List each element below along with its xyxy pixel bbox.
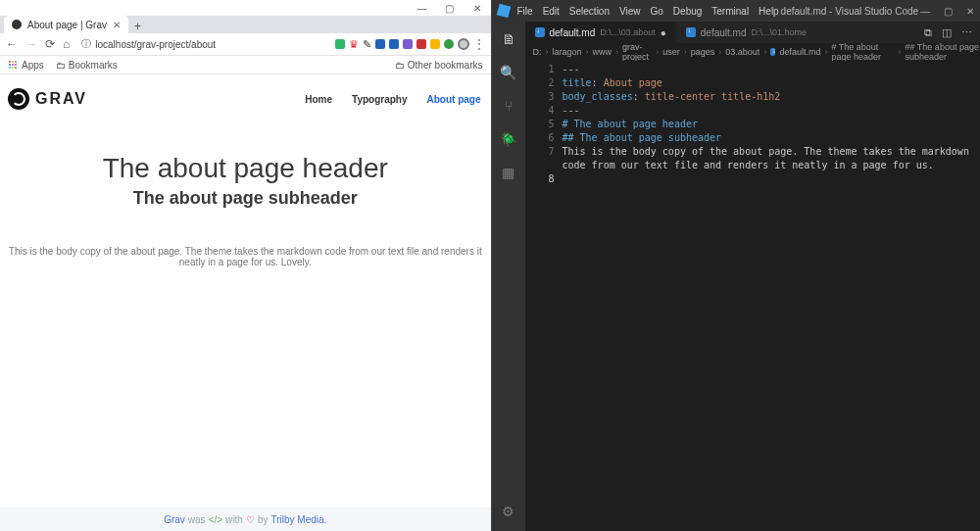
- vscode-window-title: default.md - Visual Studio Code: [779, 6, 920, 17]
- grav-logo-icon: [8, 88, 29, 110]
- ext-icon[interactable]: [444, 39, 454, 49]
- vscode-close-button[interactable]: ✕: [966, 6, 974, 17]
- bookmark-folder[interactable]: 🗀Bookmarks: [56, 60, 118, 71]
- ext-icon[interactable]: [416, 39, 426, 49]
- ext-icon[interactable]: [375, 39, 385, 49]
- brand-text: GRAV: [35, 90, 87, 108]
- url-text: localhost/grav-project/about: [95, 39, 216, 50]
- split-editor-icon[interactable]: ◫: [942, 26, 952, 39]
- page-title: The about page header: [0, 153, 491, 184]
- debug-icon[interactable]: 🪲: [500, 131, 516, 147]
- chrome-tab[interactable]: About page | Grav ✕: [4, 16, 128, 33]
- ext-icon[interactable]: [403, 39, 413, 49]
- vscode-window: File Edit Selection View Go Debug Termin…: [492, 0, 981, 531]
- markdown-file-icon: [535, 27, 545, 37]
- chrome-toolbar: ← → ⟳ ⌂ ⓘ localhost/grav-project/about ♛…: [0, 33, 491, 56]
- editor-tab[interactable]: default.md D:\...\03.about ●: [525, 22, 676, 43]
- vscode-menu: File Edit Selection View Go Debug Termin…: [517, 6, 779, 17]
- chrome-close-button[interactable]: ✕: [464, 0, 491, 16]
- vscode-maximize-button[interactable]: ▢: [944, 6, 953, 17]
- new-tab-button[interactable]: +: [134, 20, 141, 33]
- code-editor[interactable]: 1--- 2title: About page 3body_classes: t…: [525, 61, 981, 531]
- page-subtitle: The about page subheader: [0, 188, 491, 209]
- extensions-icon[interactable]: ▦: [502, 165, 514, 180]
- editor-tab[interactable]: default.md D:\...\01.home: [676, 22, 816, 43]
- vscode-minimize-button[interactable]: —: [920, 6, 930, 17]
- dirty-indicator-icon: ●: [661, 27, 666, 38]
- markdown-file-icon: [770, 48, 775, 56]
- back-icon[interactable]: ←: [6, 37, 18, 51]
- chrome-window: — ▢ ✕ About page | Grav ✕ + ← → ⟳ ⌂ ⓘ lo…: [0, 0, 492, 531]
- menu-selection[interactable]: Selection: [569, 6, 610, 17]
- forward-icon[interactable]: →: [25, 37, 37, 51]
- menu-debug[interactable]: Debug: [673, 6, 702, 17]
- menu-view[interactable]: View: [619, 6, 641, 17]
- chrome-maximize-button[interactable]: ▢: [436, 0, 464, 16]
- menu-go[interactable]: Go: [651, 6, 663, 17]
- footer-link[interactable]: Trilby Media.: [270, 514, 326, 525]
- other-bookmarks-button[interactable]: 🗀Other bookmarks: [395, 60, 483, 71]
- nav-home[interactable]: Home: [305, 94, 332, 105]
- more-actions-icon[interactable]: ⋯: [961, 26, 972, 39]
- menu-file[interactable]: File: [517, 6, 533, 17]
- vscode-logo-icon: [496, 4, 511, 19]
- home-icon[interactable]: ⌂: [63, 37, 70, 51]
- chrome-minimize-button[interactable]: —: [409, 0, 436, 16]
- activity-bar: 🗎 🔍 ⑂ 🪲 ▦ ⚙: [492, 22, 525, 531]
- apps-icon: [8, 60, 18, 70]
- site-logo[interactable]: GRAV: [8, 88, 87, 110]
- site-footer: Grav was </> with ♡ by Trilby Media.: [0, 507, 491, 531]
- heart-icon: ♡: [246, 514, 255, 525]
- search-icon[interactable]: 🔍: [500, 65, 516, 80]
- ext-icon[interactable]: [389, 39, 399, 49]
- extension-icons: ♛ ✎ ⋮: [335, 37, 485, 51]
- open-preview-icon[interactable]: ⧉: [924, 26, 932, 39]
- profile-icon[interactable]: [458, 38, 469, 50]
- reload-icon[interactable]: ⟳: [45, 37, 55, 51]
- bookmark-bar: Apps 🗀Bookmarks 🗀Other bookmarks: [0, 56, 491, 74]
- menu-edit[interactable]: Edit: [543, 6, 560, 17]
- explorer-icon[interactable]: 🗎: [502, 31, 515, 47]
- menu-help[interactable]: Help: [759, 6, 779, 17]
- site-info-icon[interactable]: ⓘ: [81, 37, 91, 51]
- body-text: This is the body copy of the about page.…: [6, 246, 485, 267]
- editor-tabs: default.md D:\...\03.about ● default.md …: [525, 22, 981, 43]
- nav-typography[interactable]: Typography: [352, 94, 407, 105]
- markdown-file-icon: [686, 27, 696, 37]
- vscode-titlebar: File Edit Selection View Go Debug Termin…: [492, 0, 981, 22]
- favicon-icon: [12, 20, 22, 29]
- tab-title: About page | Grav: [27, 20, 107, 30]
- chrome-os-titlebar: — ▢ ✕: [0, 0, 491, 16]
- settings-icon[interactable]: ⚙: [502, 504, 514, 519]
- page-content: GRAV Home Typography About page The abou…: [0, 74, 491, 531]
- address-bar[interactable]: ⓘ localhost/grav-project/about: [77, 36, 326, 52]
- source-control-icon[interactable]: ⑂: [505, 98, 513, 114]
- breadcrumb[interactable]: D:› laragon› www› grav-project› user› pa…: [525, 43, 981, 61]
- apps-button[interactable]: Apps 🗀Bookmarks: [8, 60, 118, 71]
- ext-icon[interactable]: [430, 39, 440, 49]
- menu-terminal[interactable]: Terminal: [711, 6, 749, 17]
- chrome-tabstrip: About page | Grav ✕ +: [0, 16, 491, 33]
- ext-icon[interactable]: ✎: [363, 38, 371, 51]
- nav-about[interactable]: About page: [427, 94, 481, 105]
- ext-icon[interactable]: [335, 39, 345, 49]
- tab-close-icon[interactable]: ✕: [113, 20, 121, 30]
- ext-icon[interactable]: ♛: [349, 38, 359, 51]
- menu-icon[interactable]: ⋮: [473, 37, 485, 51]
- code-icon: </>: [209, 514, 222, 525]
